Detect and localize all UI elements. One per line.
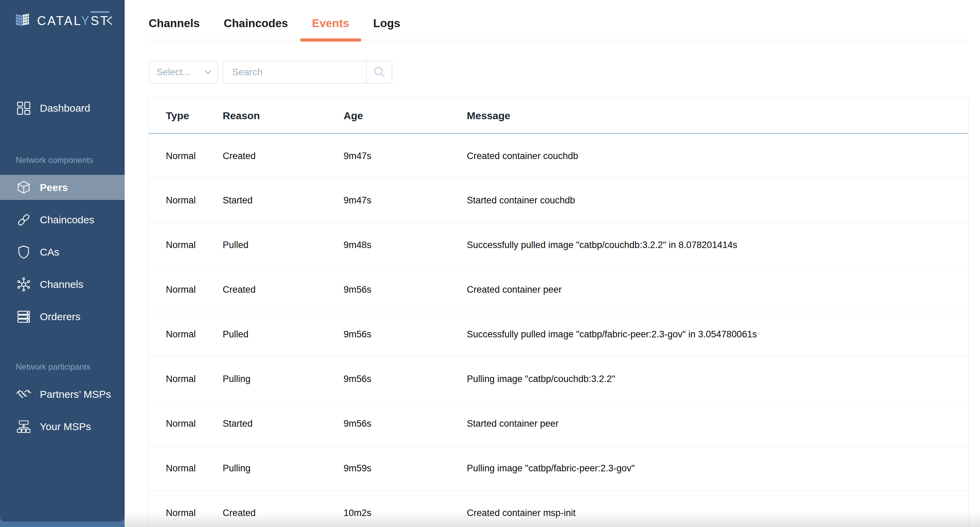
table-row: Normal Pulled 9m48s Successfully pulled … bbox=[149, 223, 969, 267]
sidebar-item-cas[interactable]: CAs bbox=[0, 239, 125, 264]
table-row: Normal Pulled 9m56s Successfully pulled … bbox=[149, 312, 969, 357]
cell-age: 9m48s bbox=[327, 223, 450, 267]
chevron-down-icon bbox=[205, 70, 212, 75]
cell-reason: Started bbox=[206, 178, 327, 223]
sidebar-panel: CATALYST Dashboard Network components bbox=[0, 0, 125, 522]
cell-age: 9m47s bbox=[327, 134, 450, 178]
network-hub-icon bbox=[16, 277, 32, 292]
cell-type: Normal bbox=[149, 223, 206, 267]
tab-logs[interactable]: Logs bbox=[373, 16, 400, 40]
cube-grid-logo-icon bbox=[14, 12, 32, 30]
cell-reason: Created bbox=[206, 267, 327, 312]
cell-type: Normal bbox=[149, 134, 206, 178]
sidebar-item-chaincodes[interactable]: Chaincodes bbox=[0, 207, 125, 232]
cell-reason: Created bbox=[206, 134, 327, 178]
cube-icon bbox=[16, 180, 32, 196]
cell-age: 9m56s bbox=[327, 267, 450, 312]
cell-message: Created container peer bbox=[450, 267, 969, 312]
sidebar-section-network-components: Network components bbox=[0, 155, 125, 165]
cell-message: Pulling image "catbp/couchdb:3.2.2" bbox=[450, 357, 969, 401]
sidebar-item-label: Your MSPs bbox=[40, 421, 91, 433]
sidebar-item-your-msps[interactable]: Your MSPs bbox=[0, 414, 125, 439]
sidebar-item-label: Chaincodes bbox=[40, 214, 94, 226]
chevron-left-icon bbox=[105, 15, 114, 27]
cell-age: 10m2s bbox=[327, 491, 450, 527]
cell-type: Normal bbox=[149, 401, 206, 446]
cell-message: Created container msp-init bbox=[450, 491, 969, 527]
table-row: Normal Started 9m47s Started container c… bbox=[149, 178, 969, 223]
tab-channels[interactable]: Channels bbox=[149, 16, 200, 40]
cell-type: Normal bbox=[149, 267, 206, 312]
sidebar: CATALYST Dashboard Network components bbox=[0, 0, 125, 527]
table-row: Normal Created 10m2s Created container m… bbox=[149, 491, 969, 527]
events-table: Type Reason Age Message Normal Created 9… bbox=[149, 98, 969, 527]
cell-type: Normal bbox=[149, 357, 206, 401]
column-header-type: Type bbox=[149, 98, 206, 134]
server-stack-icon bbox=[16, 309, 32, 325]
table-row: Normal Created 9m47s Created container c… bbox=[149, 134, 969, 178]
tab-chaincodes[interactable]: Chaincodes bbox=[224, 16, 288, 40]
select-placeholder: Select... bbox=[157, 67, 190, 78]
sidebar-item-orderers[interactable]: Orderers bbox=[0, 304, 125, 329]
search-input[interactable] bbox=[223, 61, 366, 83]
sidebar-item-label: Orderers bbox=[40, 311, 80, 323]
cell-type: Normal bbox=[149, 178, 206, 223]
cell-age: 9m56s bbox=[327, 312, 450, 357]
type-select[interactable]: Select... bbox=[149, 61, 218, 83]
cell-reason: Created bbox=[206, 491, 327, 527]
search-box bbox=[223, 61, 392, 83]
cell-message: Successfully pulled image "catbp/fabric-… bbox=[450, 312, 969, 357]
sidebar-collapse-button[interactable] bbox=[103, 14, 116, 27]
cell-reason: Started bbox=[206, 401, 327, 446]
cell-age: 9m59s bbox=[327, 446, 450, 491]
sidebar-item-channels[interactable]: Channels bbox=[0, 272, 125, 297]
cell-type: Normal bbox=[149, 446, 206, 491]
shield-icon bbox=[16, 244, 32, 260]
sidebar-item-dashboard[interactable]: Dashboard bbox=[0, 96, 125, 121]
filter-row: Select... bbox=[149, 61, 969, 83]
sidebar-item-peers[interactable]: Peers bbox=[0, 175, 125, 200]
org-chart-icon bbox=[16, 419, 32, 435]
table-row: Normal Created 9m56s Created container p… bbox=[149, 267, 969, 312]
column-header-message: Message bbox=[450, 98, 969, 134]
table-header-row: Type Reason Age Message bbox=[149, 98, 969, 134]
column-header-age: Age bbox=[327, 98, 450, 134]
search-button[interactable] bbox=[366, 61, 392, 83]
cell-reason: Pulled bbox=[206, 223, 327, 267]
sidebar-item-label: Dashboard bbox=[40, 102, 90, 114]
tab-bar: Channels Chaincodes Events Logs bbox=[149, 0, 969, 40]
table-row: Normal Pulling 9m56s Pulling image "catb… bbox=[149, 357, 969, 401]
handshake-icon bbox=[16, 387, 32, 402]
cell-age: 9m56s bbox=[327, 357, 450, 401]
cell-message: Created container couchdb bbox=[450, 134, 969, 178]
sidebar-item-partners-msps[interactable]: Partners’ MSPs bbox=[0, 382, 125, 407]
cell-type: Normal bbox=[149, 312, 206, 357]
cell-reason: Pulling bbox=[206, 446, 327, 491]
cell-message: Successfully pulled image "catbp/couchdb… bbox=[450, 223, 969, 267]
table-row: Normal Started 9m56s Started container p… bbox=[149, 401, 969, 446]
cell-type: Normal bbox=[149, 491, 206, 527]
main-content: Channels Chaincodes Events Logs Select..… bbox=[125, 0, 980, 527]
table-row: Normal Pulling 9m59s Pulling image "catb… bbox=[149, 446, 969, 491]
sidebar-item-label: CAs bbox=[40, 246, 59, 258]
cell-reason: Pulling bbox=[206, 357, 327, 401]
cell-age: 9m56s bbox=[327, 401, 450, 446]
brand-name: CATALYST bbox=[37, 14, 109, 28]
dashboard-icon bbox=[16, 100, 32, 116]
sidebar-section-network-participants: Network participants bbox=[0, 362, 125, 372]
sidebar-item-label: Channels bbox=[40, 279, 83, 290]
search-icon bbox=[373, 66, 386, 78]
link-icon bbox=[16, 212, 32, 228]
cell-age: 9m47s bbox=[327, 178, 450, 223]
cell-message: Pulling image "catbp/fabric-peer:2.3-gov… bbox=[450, 446, 969, 491]
cell-message: Started container couchdb bbox=[450, 178, 969, 223]
cell-message: Started container peer bbox=[450, 401, 969, 446]
tab-events[interactable]: Events bbox=[312, 16, 349, 40]
sidebar-item-label: Peers bbox=[40, 182, 68, 193]
sidebar-item-label: Partners’ MSPs bbox=[40, 388, 111, 400]
cell-reason: Pulled bbox=[206, 312, 327, 357]
column-header-reason: Reason bbox=[206, 98, 327, 134]
